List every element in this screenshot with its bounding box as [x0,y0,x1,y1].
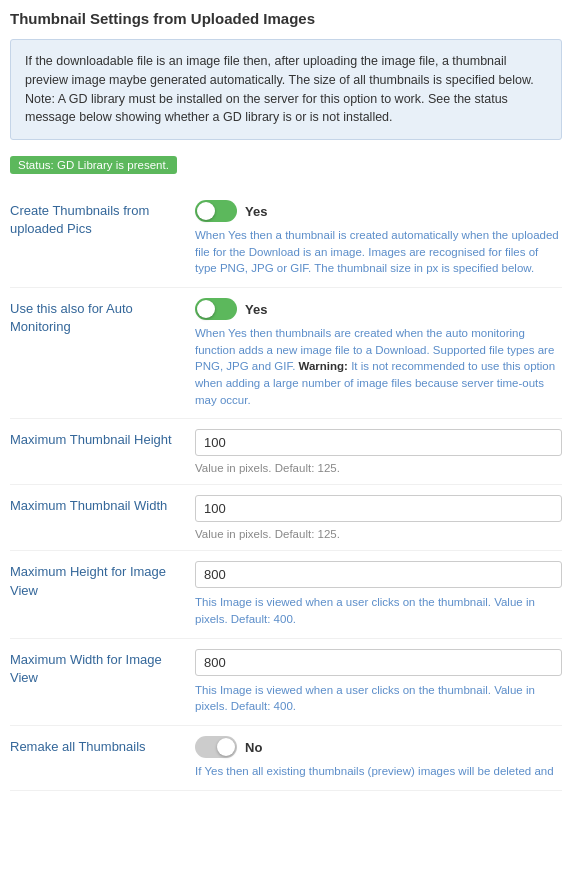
label-max-height-image-view: Maximum Height for Image View [10,561,195,599]
row-max-width-image-view: Maximum Width for Image View This Image … [10,639,562,726]
help-remake-thumbnails: If Yes then all existing thumbnails (pre… [195,763,562,780]
row-create-thumbnails: Create Thumbnails from uploaded Pics Yes… [10,190,562,288]
label-auto-monitoring: Use this also for Auto Monitoring [10,298,195,336]
row-max-thumbnail-height: Maximum Thumbnail Height Value in pixels… [10,419,562,485]
row-max-thumbnail-width: Maximum Thumbnail Width Value in pixels.… [10,485,562,551]
control-max-width-image-view: This Image is viewed when a user clicks … [195,649,562,715]
toggle-remake-thumbnails[interactable] [195,736,237,758]
subtext-max-thumbnail-width: Value in pixels. Default: 125. [195,528,562,540]
info-box: If the downloadable file is an image fil… [10,39,562,140]
row-auto-monitoring: Use this also for Auto Monitoring Yes Wh… [10,288,562,419]
input-max-height-image-view[interactable] [195,561,562,588]
input-max-thumbnail-width[interactable] [195,495,562,522]
control-max-height-image-view: This Image is viewed when a user clicks … [195,561,562,627]
control-max-thumbnail-height: Value in pixels. Default: 125. [195,429,562,474]
label-max-width-image-view: Maximum Width for Image View [10,649,195,687]
control-max-thumbnail-width: Value in pixels. Default: 125. [195,495,562,540]
control-auto-monitoring: Yes When Yes then thumbnails are created… [195,298,562,408]
toggle-knob [197,202,215,220]
toggle-auto-monitoring[interactable] [195,298,237,320]
help-auto-monitoring: When Yes then thumbnails are created whe… [195,325,562,408]
subtext-max-height-image-view: This Image is viewed when a user clicks … [195,594,562,627]
control-remake-thumbnails: No If Yes then all existing thumbnails (… [195,736,562,780]
row-remake-thumbnails: Remake all Thumbnails No If Yes then all… [10,726,562,791]
label-max-thumbnail-height: Maximum Thumbnail Height [10,429,195,449]
settings-container: Create Thumbnails from uploaded Pics Yes… [10,190,562,791]
subtext-max-thumbnail-height: Value in pixels. Default: 125. [195,462,562,474]
page-title: Thumbnail Settings from Uploaded Images [10,10,562,27]
toggle-label-create-thumbnails: Yes [245,204,267,219]
label-remake-thumbnails: Remake all Thumbnails [10,736,195,756]
toggle-create-thumbnails[interactable] [195,200,237,222]
warning-text: Warning: [299,360,348,372]
status-badge: Status: GD Library is present. [10,156,177,174]
row-max-height-image-view: Maximum Height for Image View This Image… [10,551,562,638]
toggle-knob [197,300,215,318]
input-max-width-image-view[interactable] [195,649,562,676]
toggle-label-auto-monitoring: Yes [245,302,267,317]
subtext-max-width-image-view: This Image is viewed when a user clicks … [195,682,562,715]
toggle-label-remake-thumbnails: No [245,740,262,755]
label-max-thumbnail-width: Maximum Thumbnail Width [10,495,195,515]
toggle-knob [217,738,235,756]
help-create-thumbnails: When Yes then a thumbnail is created aut… [195,227,562,277]
label-create-thumbnails: Create Thumbnails from uploaded Pics [10,200,195,238]
input-max-thumbnail-height[interactable] [195,429,562,456]
control-create-thumbnails: Yes When Yes then a thumbnail is created… [195,200,562,277]
